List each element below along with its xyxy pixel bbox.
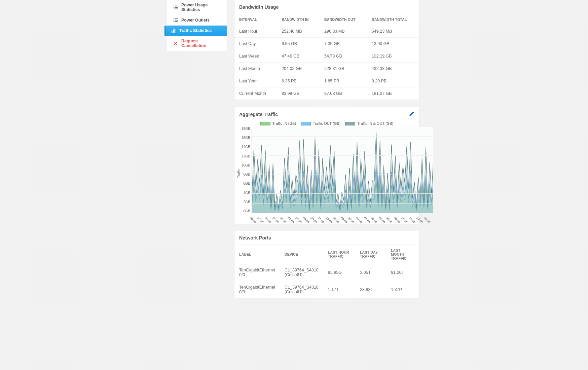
col-header: BANDWIDTH TOTAL [367,14,419,25]
cell: 6.35 PB [277,75,320,87]
cell: 95.85G [323,264,355,281]
svg-rect-0 [174,6,174,6]
panel-title: Bandwidth Usage [234,0,419,14]
cell: 296.83 MB [320,25,367,38]
bandwidth-usage-panel: Bandwidth Usage INTERVAL BANDWIDTH IN BA… [234,0,419,100]
col-header: BANDWIDTH IN [277,14,320,25]
panel-title: Network Ports [234,231,419,245]
svg-rect-3 [175,7,178,8]
close-icon [173,41,178,46]
cell: 1.17T [323,281,355,298]
col-header: INTERVAL [234,14,277,25]
svg-rect-11 [175,22,178,22]
sidebar-item-request-cancellation[interactable]: Request Cancellation [167,36,227,51]
svg-rect-9 [175,20,178,21]
sidebar-item-label: Request Cancellation [181,39,224,48]
cell: Last Day [234,38,277,50]
svg-rect-12 [172,31,173,33]
cell: Current Month [234,87,277,100]
legend-swatch-in [260,122,270,125]
sidebar-item-power-outlets[interactable]: Power Outlets [167,15,227,26]
cell: 3.05T [355,264,386,281]
table-row: Current Month83.99 GB97.08 GB181.07 GB [234,87,419,100]
table-row: TenGigabitEthernet 0/0CL_39764_S4810 (Co… [234,264,419,281]
cell: TenGigabitEthernet 0/0 [234,264,280,281]
svg-rect-2 [174,7,174,8]
svg-rect-7 [175,18,178,19]
aggregate-traffic-panel: Aggregate Traffic Traffic IN (GB) Traffi… [234,107,419,224]
table-row: Last Hour252.40 MB296.83 MB549.23 MB [234,25,419,38]
col-header: LAST HOUR TRAFFIC [323,245,355,264]
cell: Last Hour [234,25,277,38]
network-ports-panel: Network Ports LABEL DEVICE LAST HOUR TRA… [234,231,419,298]
panel-title: Aggregate Traffic [239,112,278,117]
svg-rect-10 [174,22,174,22]
cell: 83.99 GB [277,87,320,100]
list-icon [173,18,178,23]
cell: 181.07 GB [367,87,419,100]
table-row: Last Year6.35 PB1.85 PB8.20 PB [234,75,419,87]
cell: CL_39764_S4810 (Colo 4U) [280,264,323,281]
svg-rect-14 [175,29,176,33]
bandwidth-table: INTERVAL BANDWIDTH IN BANDWIDTH OUT BAND… [234,14,419,100]
sidebar: Power Usage Statistics Power Outlets Tra… [166,0,227,51]
sidebar-item-label: Traffic Statistics [179,28,212,33]
chart-xaxis: 02:0003:0004:0005:0006:0007:0008:0009:00… [252,214,434,220]
cell: 252.40 MB [277,25,320,38]
cell: 97.08 GB [320,87,367,100]
cell: 432.33 GB [367,63,419,75]
col-header: BANDWIDTH OUT [320,14,367,25]
cell: CL_39764_S4810 (Colo 4U) [280,281,323,298]
cell: 102.19 GB [367,50,419,63]
svg-rect-4 [174,9,174,9]
col-header: DEVICE [280,245,323,264]
cell: 13.90 GB [367,38,419,50]
edit-chart-button[interactable] [409,111,414,117]
legend-swatch-total [345,122,355,125]
cell: Last Month [234,63,277,75]
cell: 1.85 PB [320,75,367,87]
cell: 47.46 GB [277,50,320,63]
sidebar-item-label: Power Usage Statistics [181,3,224,12]
svg-rect-13 [173,30,174,33]
sidebar-item-traffic-statistics[interactable]: Traffic Statistics [164,26,227,36]
cell: TenGigabitEthernet 0/3 [234,281,280,298]
table-row: TenGigabitEthernet 0/3CL_39764_S4810 (Co… [234,281,419,298]
cell: 7.35 GB [320,38,367,50]
cell: Last Week [234,50,277,63]
table-row: Last Day6.55 GB7.35 GB13.90 GB [234,38,419,50]
cell: 1.37P [386,281,419,298]
ports-table: LABEL DEVICE LAST HOUR TRAFFIC LAST DAY … [234,245,419,298]
bar-chart-icon [171,28,176,33]
col-header: LAST DAY TRAFFIC [355,245,386,264]
sidebar-item-power-usage[interactable]: Power Usage Statistics [167,0,227,15]
cell: Last Year [234,75,277,87]
cell: 549.23 MB [367,25,419,38]
sidebar-item-label: Power Outlets [181,18,210,23]
svg-rect-1 [175,6,178,6]
chart-plot [252,127,434,213]
svg-rect-8 [174,20,174,21]
legend-swatch-out [301,122,311,125]
chart-yaxis: 18GB16GB14GB12GB10GB8GB6GB4GB2GB0GB [242,127,252,213]
svg-rect-6 [174,18,174,19]
table-row: Last Month204.02 GB228.31 GB432.33 GB [234,63,419,75]
cell: 6.55 GB [277,38,320,50]
col-header: LABEL [234,245,280,264]
cell: 54.73 GB [320,50,367,63]
table-row: Last Week47.46 GB54.73 GB102.19 GB [234,50,419,63]
cell: 204.02 GB [277,63,320,75]
list-icon [173,5,178,10]
cell: 91.06T [386,264,419,281]
chart-ylabel: Traffic [236,127,242,220]
cell: 28.83T [355,281,386,298]
chart-area: Traffic 18GB16GB14GB12GB10GB8GB6GB4GB2GB… [236,127,417,220]
cell: 228.31 GB [320,63,367,75]
chart-legend: Traffic IN (GB) Traffic OUT (GB) Traffic… [236,121,417,125]
cell: 8.20 PB [367,75,419,87]
svg-rect-5 [175,9,178,9]
col-header: LAST MONTH TRAFFIC [386,245,419,264]
